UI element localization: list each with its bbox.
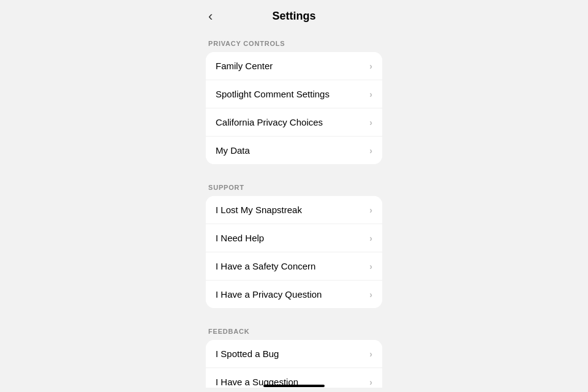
menu-item-label-spotted-bug: I Spotted a Bug [216, 349, 279, 359]
menu-item-california-privacy[interactable]: California Privacy Choices› [206, 108, 382, 137]
chevron-icon-spotlight-comment: › [369, 89, 372, 99]
chevron-icon-need-help: › [369, 233, 372, 243]
chevron-icon-lost-snapstreak: › [369, 205, 372, 215]
phone-container: ‹ Settings PRIVACY CONTROLSFamily Center… [196, 0, 392, 392]
menu-item-label-my-data: My Data [216, 145, 250, 156]
menu-item-safety-concern[interactable]: I Have a Safety Concern› [206, 252, 382, 281]
chevron-icon-family-center: › [369, 61, 372, 71]
menu-item-label-family-center: Family Center [216, 61, 273, 71]
menu-item-spotted-bug[interactable]: I Spotted a Bug› [206, 340, 382, 368]
card-group-support: I Lost My Snapstreak›I Need Help›I Have … [206, 196, 382, 308]
menu-item-family-center[interactable]: Family Center› [206, 52, 382, 80]
menu-item-need-help[interactable]: I Need Help› [206, 224, 382, 252]
section-label-privacy-controls: PRIVACY CONTROLS [196, 30, 392, 52]
card-group-privacy-controls: Family Center›Spotlight Comment Settings… [206, 52, 382, 164]
chevron-icon-california-privacy: › [369, 118, 372, 127]
menu-item-label-safety-concern: I Have a Safety Concern [216, 261, 315, 271]
section-label-feedback: FEEDBACK [196, 318, 392, 340]
chevron-icon-spotted-bug: › [369, 349, 372, 359]
menu-item-label-spotlight-comment: Spotlight Comment Settings [216, 89, 330, 99]
menu-item-my-data[interactable]: My Data› [206, 137, 382, 164]
chevron-icon-my-data: › [369, 146, 372, 156]
menu-item-label-privacy-question: I Have a Privacy Question [216, 289, 322, 300]
chevron-icon-privacy-question: › [369, 290, 372, 300]
page-title: Settings [272, 10, 315, 23]
menu-item-lost-snapstreak[interactable]: I Lost My Snapstreak› [206, 196, 382, 224]
back-button[interactable]: ‹ [208, 9, 213, 24]
menu-item-spotlight-comment[interactable]: Spotlight Comment Settings› [206, 80, 382, 108]
menu-item-label-need-help: I Need Help [216, 233, 264, 243]
menu-item-label-lost-snapstreak: I Lost My Snapstreak [216, 205, 302, 215]
content-scroll[interactable]: PRIVACY CONTROLSFamily Center›Spotlight … [196, 30, 392, 388]
chevron-icon-suggestion: › [369, 377, 372, 387]
chevron-icon-safety-concern: › [369, 262, 372, 271]
header: ‹ Settings [196, 0, 392, 30]
section-label-support: SUPPORT [196, 174, 392, 196]
menu-item-label-california-privacy: California Privacy Choices [216, 117, 323, 127]
menu-item-privacy-question[interactable]: I Have a Privacy Question› [206, 281, 382, 308]
home-indicator [263, 385, 325, 387]
card-group-feedback: I Spotted a Bug›I Have a Suggestion›Shak… [206, 340, 382, 388]
